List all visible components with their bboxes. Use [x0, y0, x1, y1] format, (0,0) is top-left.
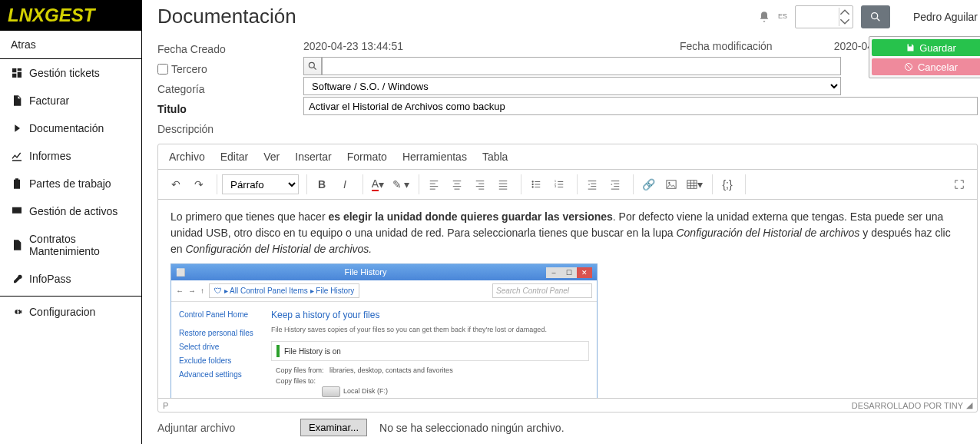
svg-point-5: [531, 186, 533, 187]
sidebar-item-label: Facturar: [29, 94, 69, 107]
top-search-button[interactable]: [861, 5, 890, 28]
sidebar-item-label: InfoPass: [29, 273, 71, 285]
sidebar-item-contratos[interactable]: Contratos Mantenimiento: [0, 225, 141, 265]
outdent-button[interactable]: [582, 174, 602, 194]
label-adjuntar: Adjuntar archivo: [157, 422, 288, 434]
tercero-checkbox[interactable]: [157, 64, 168, 75]
number-list-button[interactable]: 123: [549, 174, 569, 194]
tercero-input[interactable]: [322, 57, 841, 75]
label-fecha-creado: Fecha Creado: [157, 39, 288, 59]
sidebar-item-infopass[interactable]: InfoPass: [0, 265, 141, 293]
menu-formato[interactable]: Formato: [347, 151, 387, 163]
search-icon: [869, 11, 882, 23]
svg-point-3: [531, 181, 533, 182]
file-alt-icon: [11, 239, 23, 251]
titulo-input[interactable]: [303, 97, 978, 115]
bell-icon[interactable]: [758, 11, 770, 23]
key-icon: [11, 273, 23, 285]
search-icon: [307, 61, 318, 71]
svg-point-4: [531, 184, 533, 185]
save-button[interactable]: Guardar: [872, 39, 980, 56]
sidebar-item-activos[interactable]: Gestión de activos: [0, 197, 141, 225]
monitor-icon: [11, 205, 23, 217]
indent-button[interactable]: [605, 174, 625, 194]
sidebar-item-informes[interactable]: Informes: [0, 142, 141, 170]
attach-status: No se ha seleccionado ningún archivo.: [379, 422, 564, 434]
save-icon: [906, 43, 915, 52]
menu-herramientas[interactable]: Herramientas: [402, 151, 467, 163]
label-tercero: Tercero: [171, 63, 207, 75]
sidebar-item-label: Atras: [11, 38, 36, 51]
align-center-button[interactable]: [447, 174, 467, 194]
bold-button[interactable]: B: [312, 174, 332, 194]
fullscreen-button[interactable]: [949, 174, 969, 194]
editor-path: P: [163, 401, 168, 410]
paragraph-select[interactable]: Párrafo: [222, 174, 299, 194]
sidebar-item-partes[interactable]: Partes de trabajo: [0, 170, 141, 197]
sidebar-item-tickets[interactable]: Gestión tickets: [0, 59, 141, 87]
caret-right-icon: [11, 122, 23, 134]
topbar: Documentación ES Pedro Aguilar: [142, 0, 980, 36]
svg-text:3: 3: [555, 185, 556, 188]
menu-archivo[interactable]: Archivo: [169, 151, 205, 163]
browse-button[interactable]: Examinar...: [300, 419, 367, 436]
menu-tabla[interactable]: Tabla: [482, 151, 508, 163]
cancel-icon: [904, 62, 913, 71]
value-fecha-creado: 2020-04-23 13:44:51: [303, 40, 403, 52]
image-button[interactable]: [661, 174, 681, 194]
sidebar-back[interactable]: Atras: [0, 31, 141, 59]
sidebar-item-label: Gestión tickets: [29, 67, 100, 79]
language-code[interactable]: ES: [778, 13, 787, 20]
rich-text-editor: Archivo Editar Ver Insertar Formato Herr…: [157, 144, 978, 413]
highlight-button[interactable]: ✎ ▾: [391, 174, 411, 194]
editor-statusbar: P DESARROLLADO POR TINY ◢: [158, 398, 977, 412]
form-labels: Fecha Creado Tercero Categoría Titulo De…: [157, 36, 288, 139]
bullet-list-button[interactable]: [526, 174, 546, 194]
label-titulo: Titulo: [157, 99, 288, 119]
categoria-select[interactable]: Software / S.O. / Windows: [303, 77, 841, 95]
align-justify-button[interactable]: [493, 174, 513, 194]
sidebar-item-label: Gestión de activos: [29, 205, 118, 217]
cancel-button[interactable]: Cancelar: [872, 58, 980, 75]
sidebar-item-label: Partes de trabajo: [29, 177, 111, 190]
embedded-screenshot: ⬜ File History –☐✕ ←→↑ 🛡 ▸ All Control P…: [171, 263, 598, 398]
sidebar-item-label: Documentación: [29, 122, 104, 134]
sidebar-item-config[interactable]: Configuracion: [0, 298, 141, 326]
lookup-button[interactable]: [303, 57, 322, 75]
label-fecha-mod: Fecha modificación: [680, 40, 773, 52]
label-descripcion: Descripción: [157, 119, 288, 139]
menu-editar[interactable]: Editar: [220, 151, 249, 163]
italic-button[interactable]: I: [335, 174, 355, 194]
sidebar: LNXGEST Atras Gestión tickets Facturar D…: [0, 0, 142, 444]
spinner-buttons[interactable]: [839, 8, 853, 26]
gears-icon: [11, 306, 23, 318]
menu-insertar[interactable]: Insertar: [295, 151, 331, 163]
menu-ver[interactable]: Ver: [263, 151, 280, 163]
action-panel: Guardar Cancelar: [869, 36, 980, 78]
file-icon: [11, 94, 23, 107]
sidebar-item-label: Informes: [29, 150, 71, 162]
svg-point-1: [309, 62, 314, 68]
link-button[interactable]: 🔗: [638, 174, 658, 194]
dashboard-icon: [11, 67, 23, 79]
label-categoria: Categoría: [157, 79, 288, 99]
editor-content[interactable]: Lo primero que tienes que hacer es elegi…: [158, 200, 977, 398]
align-left-button[interactable]: [424, 174, 444, 194]
top-search-input[interactable]: [796, 8, 839, 25]
redo-button[interactable]: ↷: [189, 174, 209, 194]
table-button[interactable]: ▾: [684, 174, 704, 194]
svg-point-10: [668, 182, 670, 184]
chart-line-icon: [11, 150, 23, 162]
sidebar-item-facturar[interactable]: Facturar: [0, 87, 141, 114]
svg-point-0: [872, 12, 878, 18]
undo-button[interactable]: ↶: [166, 174, 186, 194]
align-right-button[interactable]: [470, 174, 490, 194]
user-name[interactable]: Pedro Aguilar: [913, 11, 978, 23]
code-button[interactable]: {;}: [717, 174, 737, 194]
page-title: Documentación: [157, 5, 296, 28]
attach-row: Adjuntar archivo Examinar... No se ha se…: [142, 413, 980, 442]
sidebar-item-label: Configuracion: [29, 306, 95, 318]
text-color-button[interactable]: A ▾: [368, 174, 388, 194]
editor-toolbar: ↶ ↷ Párrafo B I A ▾ ✎ ▾: [158, 170, 977, 200]
sidebar-item-documentacion[interactable]: Documentación: [0, 114, 141, 142]
